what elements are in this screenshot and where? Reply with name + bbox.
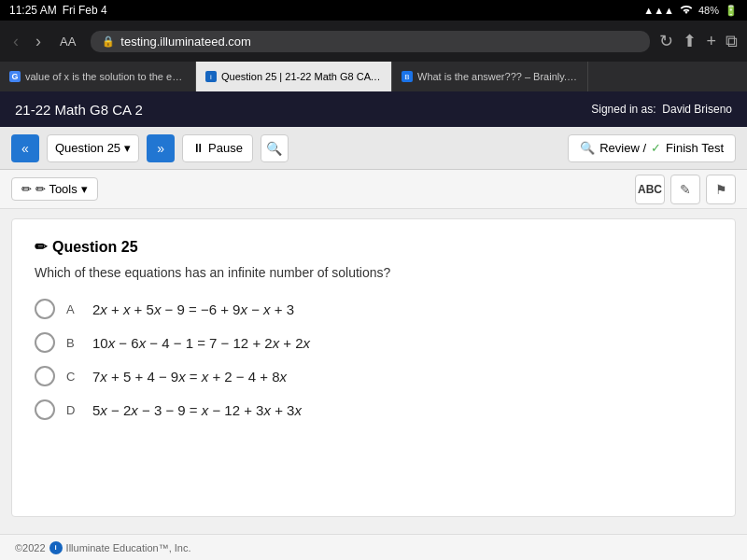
prev-question-button[interactable]: «: [11, 134, 39, 162]
lock-icon: 🔒: [102, 35, 115, 48]
search-button[interactable]: 🔍: [261, 134, 289, 162]
google-favicon: G: [9, 71, 21, 82]
footer: ©2022 i Illuminate Education™, Inc.: [0, 534, 747, 560]
option-b[interactable]: B 10x − 6x − 4 − 1 = 7 − 12 + 2x + 2x: [35, 332, 712, 353]
signed-in-label: Signed in as:: [591, 103, 655, 116]
option-b-label: B: [66, 336, 81, 350]
brainly-favicon: B: [402, 71, 413, 82]
tools-dropdown-arrow: ▾: [81, 182, 88, 196]
review-finish-button[interactable]: 🔍 Review / ✓ Finish Test: [568, 134, 736, 162]
tools-button[interactable]: ✏ ✏ Tools ▾: [11, 177, 98, 201]
option-d-equation: 5x − 2x − 3 − 9 = x − 12 + 3x + 3x: [92, 402, 302, 418]
signed-in-info: Signed in as: David Briseno: [591, 103, 732, 116]
question-action-buttons: ABC ✎ ⚑: [635, 175, 736, 204]
user-name: David Briseno: [662, 103, 732, 116]
radio-b[interactable]: [35, 332, 55, 353]
option-c[interactable]: C 7x + 5 + 4 − 9x = x + 2 − 4 + 8x: [35, 366, 712, 386]
time: 11:25 AM: [9, 4, 57, 17]
question-toolbar: ✏ ✏ Tools ▾ ABC ✎ ⚑: [0, 170, 747, 209]
radio-a[interactable]: [35, 299, 55, 319]
url-text: testing.illuminateed.com: [120, 35, 250, 49]
pencil-icon: ✏: [21, 182, 32, 196]
question-pencil-icon: ✏: [35, 238, 47, 256]
forward-button[interactable]: ›: [32, 30, 45, 53]
illuminate-favicon: i: [205, 71, 217, 82]
app-header: 21-22 Math G8 CA 2 Signed in as: David B…: [0, 91, 747, 127]
app-title: 21-22 Math G8 CA 2: [15, 102, 143, 118]
question-text: Which of these equations has an infinite…: [35, 265, 712, 280]
search-icon: 🔍: [266, 141, 282, 156]
tools-label: ✏ Tools: [35, 182, 78, 196]
address-bar[interactable]: 🔒 testing.illuminateed.com: [91, 31, 650, 52]
refresh-button[interactable]: ↻: [659, 31, 673, 51]
tab-brainly-label: What is the answer??? – Brainly.com: [417, 71, 578, 82]
new-tab-button[interactable]: +: [706, 32, 716, 51]
review-search-icon: 🔍: [580, 141, 595, 155]
flag-button[interactable]: ⚑: [706, 175, 736, 204]
tab-google[interactable]: G value of x is the solution to the equa…: [0, 62, 196, 91]
abc-button[interactable]: ABC: [635, 175, 665, 204]
status-bar: 11:25 AM Fri Feb 4 ▲▲▲ 48% 🔋: [0, 0, 747, 21]
browser-tabs: G value of x is the solution to the equa…: [0, 62, 747, 91]
radio-d[interactable]: [35, 399, 55, 420]
battery-icon: 🔋: [725, 5, 738, 17]
signal-icon: ▲▲▲: [643, 5, 674, 16]
radio-c[interactable]: [35, 366, 55, 386]
question-number: Question 25: [52, 239, 138, 256]
dropdown-arrow-icon: ▾: [124, 141, 131, 155]
review-finish-label: Review /: [599, 141, 646, 155]
main-content: ✏ Question 25 Which of these equations h…: [11, 218, 736, 517]
edit-button[interactable]: ✎: [670, 175, 700, 204]
copyright-text: ©2022: [15, 542, 46, 553]
finish-test-label: Finish Test: [666, 141, 724, 155]
option-a-label: A: [66, 302, 81, 316]
tab-illuminate[interactable]: i Question 25 | 21-22 Math G8 CA 2 | Ill…: [196, 62, 392, 91]
tab-brainly[interactable]: B What is the answer??? – Brainly.com: [392, 62, 588, 91]
option-d[interactable]: D 5x − 2x − 3 − 9 = x − 12 + 3x + 3x: [35, 399, 712, 420]
option-c-equation: 7x + 5 + 4 − 9x = x + 2 − 4 + 8x: [92, 369, 287, 385]
illuminate-logo-icon: i: [49, 541, 63, 554]
company-name: Illuminate Education™, Inc.: [66, 542, 191, 553]
question-selector[interactable]: Question 25 ▾: [47, 134, 139, 162]
checkmark-icon: ✓: [651, 141, 661, 155]
next-question-button[interactable]: »: [147, 134, 175, 162]
back-button[interactable]: ‹: [9, 30, 22, 53]
pause-icon: ⏸: [192, 141, 204, 155]
main-toolbar: « Question 25 ▾ » ⏸ Pause 🔍 🔍 Review / ✓…: [0, 127, 747, 170]
flag-icon: ⚑: [715, 182, 727, 197]
abc-label: ABC: [638, 183, 662, 196]
battery-status: 48%: [698, 5, 719, 16]
browser-chrome: ‹ › AA 🔒 testing.illuminateed.com ↻ ⬆ + …: [0, 21, 747, 62]
toolbar-left: « Question 25 ▾ » ⏸ Pause 🔍: [11, 134, 289, 162]
tabs-overview-button[interactable]: ⧉: [726, 32, 738, 51]
pause-button[interactable]: ⏸ Pause: [182, 134, 253, 162]
share-button[interactable]: ⬆: [683, 31, 697, 51]
question-title: ✏ Question 25: [35, 238, 712, 256]
tab-illuminate-label: Question 25 | 21-22 Math G8 CA 2 | Illum…: [221, 71, 382, 82]
wifi-icon: [680, 5, 693, 16]
tab-google-label: value of x is the solution to the equati…: [25, 71, 186, 82]
date: Fri Feb 4: [63, 4, 107, 17]
question-selector-label: Question 25: [55, 141, 120, 155]
edit-icon: ✎: [680, 182, 691, 197]
option-a[interactable]: A 2x + x + 5x − 9 = −6 + 9x − x + 3: [35, 299, 712, 319]
option-d-label: D: [66, 403, 81, 417]
answer-options: A 2x + x + 5x − 9 = −6 + 9x − x + 3 B 10…: [35, 299, 712, 420]
reader-mode-button[interactable]: AA: [54, 33, 81, 50]
option-b-equation: 10x − 6x − 4 − 1 = 7 − 12 + 2x + 2x: [92, 335, 310, 351]
option-c-label: C: [66, 370, 81, 384]
pause-label: Pause: [208, 141, 243, 155]
option-a-equation: 2x + x + 5x − 9 = −6 + 9x − x + 3: [92, 301, 294, 317]
